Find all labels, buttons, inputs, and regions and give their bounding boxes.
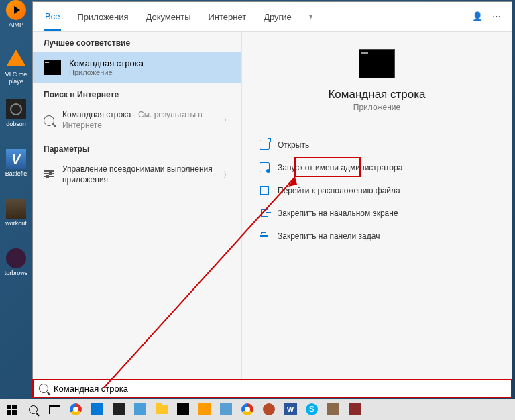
taskbar-app5[interactable] (259, 399, 279, 419)
taskbar-word[interactable]: W (280, 399, 300, 419)
preview-title: Командная строка (328, 88, 425, 101)
taskbar-search[interactable] (23, 399, 43, 419)
taskbar-skype[interactable]: S (302, 399, 322, 419)
app-icon (134, 403, 146, 415)
taskbar-mail[interactable] (87, 399, 107, 419)
chevron-right-icon: 〉 (223, 170, 231, 180)
search-tabs: Все Приложения Документы Интернет Другие… (33, 2, 512, 32)
cmd-icon (177, 403, 189, 415)
app-icon (263, 403, 275, 415)
more-icon[interactable]: ⋯ (492, 11, 501, 21)
workout-icon (6, 199, 26, 219)
skype-icon: S (306, 403, 318, 415)
preview-column: Командная строка Приложение Открыть Запу… (242, 2, 512, 380)
taskbar-app3[interactable] (194, 399, 215, 419)
taskbar-app2[interactable] (130, 399, 150, 419)
search-icon (44, 115, 54, 126)
taskbar-browser[interactable] (66, 399, 86, 419)
taskbar-app4[interactable] (216, 399, 236, 419)
dobson-icon (6, 99, 26, 119)
tab-internet[interactable]: Интернет (207, 3, 247, 30)
web-result-item[interactable]: Командная строка - См. результаты в Инте… (33, 103, 241, 138)
preview-cmd-icon (359, 49, 395, 78)
desktop-icon-torbrowser[interactable]: torbrows (1, 248, 31, 286)
search-icon (29, 405, 38, 414)
best-match-subtitle: Приложение (69, 68, 144, 76)
aimp-icon (6, 0, 26, 20)
pin-start-icon (260, 208, 270, 218)
files-icon (156, 405, 168, 414)
taskbar: W S (0, 399, 515, 420)
best-match-item[interactable]: Командная строка Приложение (33, 52, 241, 83)
tab-docs[interactable]: Документы (144, 3, 192, 30)
app-icon (349, 403, 361, 415)
section-web: Поиск в Интернете (33, 83, 241, 103)
vlc-icon (7, 50, 25, 66)
results-column: Лучшее соответствие Командная строка При… (33, 2, 242, 380)
action-pin-taskbar[interactable]: Закрепить на панели задач (254, 226, 500, 246)
feedback-icon[interactable]: 👤 (472, 11, 483, 21)
app-icon (220, 403, 232, 415)
taskbar-files[interactable] (152, 399, 172, 419)
action-pin-start[interactable]: Закрепить на начальном экране (254, 203, 500, 223)
windows-icon (7, 405, 17, 415)
section-parameters: Параметры (33, 138, 241, 158)
action-open[interactable]: Открыть (254, 135, 500, 154)
cmd-icon (44, 60, 61, 75)
settings-icon (44, 170, 54, 180)
start-button[interactable] (1, 399, 21, 419)
actions-list: Открыть Запуск от имени администратора П… (242, 135, 512, 246)
action-file-location[interactable]: Перейти к расположению файла (254, 180, 500, 200)
open-icon (260, 140, 270, 150)
tor-icon (6, 248, 26, 268)
annotation-highlight-open (294, 157, 361, 177)
desktop-icon-dobson[interactable]: dobson (1, 99, 31, 137)
taskbar-app1[interactable] (109, 399, 129, 419)
taskview-icon (49, 405, 60, 414)
app-icon (198, 403, 211, 415)
best-match-title: Командная строка (69, 58, 144, 68)
chevron-down-icon[interactable]: ▼ (308, 13, 314, 20)
action-run-as-admin[interactable]: Запуск от имени администратора (254, 158, 500, 177)
desktop-icon-workout[interactable]: workout (1, 199, 31, 236)
app-icon (113, 403, 125, 415)
tab-all[interactable]: Все (44, 3, 61, 31)
taskbar-cmd[interactable] (173, 399, 193, 419)
chevron-right-icon: 〉 (223, 115, 231, 125)
start-search-panel: Все Приложения Документы Интернет Другие… (32, 1, 512, 380)
admin-icon (260, 162, 270, 172)
tab-apps[interactable]: Приложения (76, 3, 129, 30)
folder-icon (260, 185, 270, 195)
preview-subtitle: Приложение (353, 103, 400, 112)
pin-taskbar-icon (260, 231, 270, 241)
param-result-item[interactable]: Управление псевдонимами выполнения прило… (33, 158, 241, 192)
desktop-icon-battlefield[interactable]: VBattlefie (1, 149, 31, 187)
section-best-match: Лучшее соответствие (33, 32, 241, 52)
app-icon (327, 403, 339, 415)
taskbar-app6[interactable] (323, 399, 343, 419)
mail-icon (91, 403, 103, 415)
chrome-icon (241, 403, 253, 415)
word-icon: W (284, 403, 297, 415)
taskbar-taskview[interactable] (44, 399, 64, 419)
tab-other[interactable]: Другие (262, 3, 293, 30)
search-box[interactable] (32, 379, 512, 398)
search-icon (39, 384, 48, 393)
desktop-icon-vlc[interactable]: VLC me playe (1, 50, 31, 87)
battlefield-icon: V (6, 149, 26, 169)
param-result-text: Управление псевдонимами выполнения прило… (62, 164, 215, 185)
taskbar-chrome[interactable] (237, 399, 258, 419)
search-input[interactable] (54, 384, 506, 394)
browser-icon (70, 403, 82, 415)
taskbar-app7[interactable] (345, 399, 365, 419)
desktop-icon-column: AIMP VLC me playe dobson VBattlefie work… (1, 0, 31, 286)
web-result-text: Командная строка - См. результаты в Инте… (62, 110, 215, 131)
desktop-icon-aimp[interactable]: AIMP (1, 0, 31, 38)
